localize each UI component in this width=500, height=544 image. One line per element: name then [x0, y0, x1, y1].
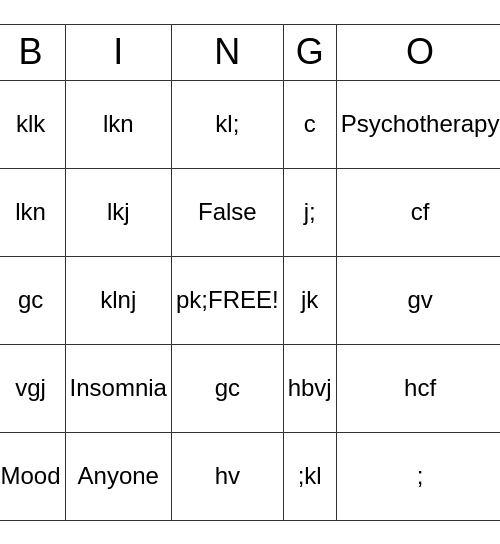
- bingo-cell-4-4: ;: [336, 432, 500, 520]
- bingo-cell-1-1: lkj: [65, 168, 171, 256]
- bingo-cell-4-0: Mood: [0, 432, 65, 520]
- bingo-row-1: lknlkjFalsej;cf: [0, 168, 500, 256]
- bingo-cell-2-3: jk: [283, 256, 336, 344]
- bingo-row-3: vgjInsomniagchbvjhcf: [0, 344, 500, 432]
- bingo-cell-0-3: c: [283, 80, 336, 168]
- bingo-cell-3-3: hbvj: [283, 344, 336, 432]
- bingo-cell-2-1: klnj: [65, 256, 171, 344]
- bingo-row-2: gcklnjpk;FREE!jkgv: [0, 256, 500, 344]
- bingo-cell-0-4: Psychotherapy: [336, 80, 500, 168]
- bingo-cell-4-2: hv: [171, 432, 283, 520]
- bingo-cell-2-4: gv: [336, 256, 500, 344]
- bingo-cell-0-0: klk: [0, 80, 65, 168]
- bingo-cell-1-0: lkn: [0, 168, 65, 256]
- bingo-cell-3-4: hcf: [336, 344, 500, 432]
- bingo-card: BINGO klklknkl;cPsychotherapylknlkjFalse…: [0, 24, 500, 521]
- header-col-O: O: [336, 24, 500, 80]
- header-col-G: G: [283, 24, 336, 80]
- bingo-cell-1-3: j;: [283, 168, 336, 256]
- bingo-row-0: klklknkl;cPsychotherapy: [0, 80, 500, 168]
- header-col-B: B: [0, 24, 65, 80]
- header-col-N: N: [171, 24, 283, 80]
- bingo-cell-0-2: kl;: [171, 80, 283, 168]
- bingo-cell-3-0: vgj: [0, 344, 65, 432]
- bingo-cell-0-1: lkn: [65, 80, 171, 168]
- bingo-cell-2-0: gc: [0, 256, 65, 344]
- bingo-cell-1-2: False: [171, 168, 283, 256]
- bingo-body: klklknkl;cPsychotherapylknlkjFalsej;cfgc…: [0, 80, 500, 520]
- bingo-cell-3-1: Insomnia: [65, 344, 171, 432]
- header-col-I: I: [65, 24, 171, 80]
- bingo-row-4: MoodAnyonehv;kl;: [0, 432, 500, 520]
- bingo-cell-4-1: Anyone: [65, 432, 171, 520]
- bingo-cell-4-3: ;kl: [283, 432, 336, 520]
- bingo-header-row: BINGO: [0, 24, 500, 80]
- bingo-cell-2-2: pk;FREE!: [171, 256, 283, 344]
- bingo-cell-1-4: cf: [336, 168, 500, 256]
- bingo-cell-3-2: gc: [171, 344, 283, 432]
